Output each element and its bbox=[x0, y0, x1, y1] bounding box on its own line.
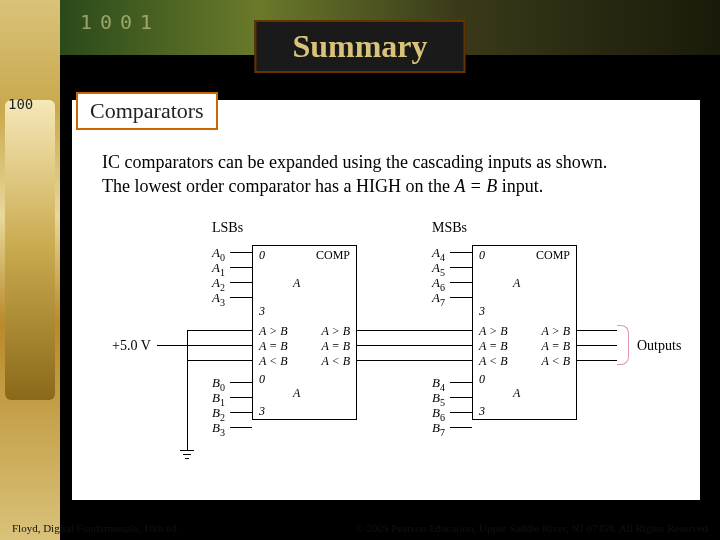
in-altb-1: A < B bbox=[259, 354, 288, 369]
comp-label-1: COMP bbox=[316, 248, 350, 263]
comparator-low: COMP 0 A 3 A > B A = B A < B A > B A = B… bbox=[252, 245, 357, 420]
zero-a2: 0 bbox=[479, 248, 485, 263]
out-agtb-1: A > B bbox=[321, 324, 350, 339]
body-line2b: input. bbox=[497, 176, 543, 196]
a-label-1: A bbox=[293, 276, 300, 291]
in-aeqb-1: A = B bbox=[259, 339, 288, 354]
slide-title: Summary bbox=[254, 20, 465, 73]
a-label-b1: A bbox=[293, 386, 300, 401]
three-a2: 3 bbox=[479, 304, 485, 319]
footer: Floyd, Digital Fundamentals, 10th ed © 2… bbox=[12, 522, 708, 534]
out-agtb-2: A > B bbox=[541, 324, 570, 339]
zero-a1: 0 bbox=[259, 248, 265, 263]
a-label-b2: A bbox=[513, 386, 520, 401]
pin-a7: A7 bbox=[432, 290, 445, 308]
pin-b7: B7 bbox=[432, 420, 445, 438]
pin-a3: A3 bbox=[212, 290, 225, 308]
lsbs-label: LSBs bbox=[212, 220, 243, 236]
a-label-2: A bbox=[513, 276, 520, 291]
zero-b2: 0 bbox=[479, 372, 485, 387]
section-label: Comparators bbox=[76, 92, 218, 130]
diagram: LSBs MSBs A0 A1 A2 A3 B0 B1 B2 B3 A4 A5 … bbox=[102, 220, 690, 490]
msbs-label: MSBs bbox=[432, 220, 467, 236]
body-line2a: The lowest order comparator has a HIGH o… bbox=[102, 176, 454, 196]
zero-b1: 0 bbox=[259, 372, 265, 387]
comp-label-2: COMP bbox=[536, 248, 570, 263]
footer-left: Floyd, Digital Fundamentals, 10th ed bbox=[12, 522, 176, 534]
body-line2-ital: A = B bbox=[454, 176, 497, 196]
three-a1: 3 bbox=[259, 304, 265, 319]
three-b2: 3 bbox=[479, 404, 485, 419]
outputs-label: Outputs bbox=[637, 338, 681, 354]
content-area: Comparators IC comparators can be expand… bbox=[72, 100, 700, 500]
side-digits: 100 bbox=[8, 96, 33, 112]
three-b1: 3 bbox=[259, 404, 265, 419]
in-agtb-1: A > B bbox=[259, 324, 288, 339]
out-aeqb-1: A = B bbox=[321, 339, 350, 354]
in-agtb-2: A > B bbox=[479, 324, 508, 339]
in-aeqb-2: A = B bbox=[479, 339, 508, 354]
v5-label: +5.0 V bbox=[112, 338, 151, 354]
out-altb-1: A < B bbox=[321, 354, 350, 369]
out-aeqb-2: A = B bbox=[541, 339, 570, 354]
top-digits: 1001 bbox=[80, 10, 160, 34]
side-decor: 100 bbox=[0, 0, 60, 540]
in-altb-2: A < B bbox=[479, 354, 508, 369]
footer-right: © 2009 Pearson Education, Upper Saddle R… bbox=[355, 522, 708, 534]
body-text: IC comparators can be expanded using the… bbox=[102, 150, 670, 199]
output-bracket bbox=[617, 325, 629, 365]
pin-b3: B3 bbox=[212, 420, 225, 438]
body-line1: IC comparators can be expanded using the… bbox=[102, 152, 607, 172]
out-altb-2: A < B bbox=[541, 354, 570, 369]
comparator-high: COMP 0 A 3 A > B A = B A < B A > B A = B… bbox=[472, 245, 577, 420]
